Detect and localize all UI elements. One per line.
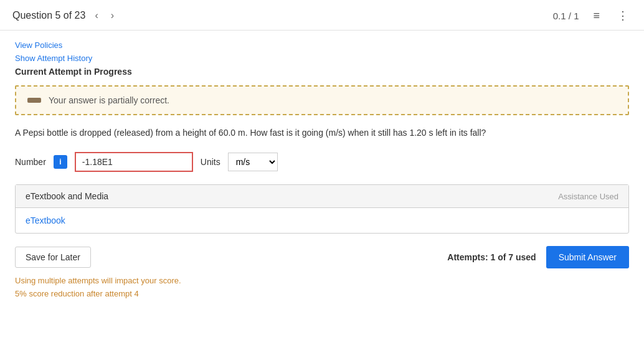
warning-text: Using multiple attempts will impact your… <box>15 275 629 301</box>
number-input[interactable] <box>75 152 193 172</box>
view-policies-link[interactable]: View Policies <box>15 40 629 50</box>
header-left: Question 5 of 23 ‹ › <box>12 9 117 22</box>
main-content: View Policies Show Attempt History Curre… <box>0 31 644 311</box>
info-button[interactable]: i <box>54 155 67 169</box>
number-label: Number <box>15 157 46 167</box>
etextbook-header: eTextbook and Media Assistance Used <box>16 185 628 208</box>
etextbook-panel: eTextbook and Media Assistance Used eTex… <box>15 184 629 234</box>
submit-answer-button[interactable]: Submit Answer <box>546 246 629 268</box>
etextbook-body: eTextbook <box>16 208 628 233</box>
attempts-bold: Attempts: 1 of 7 used <box>447 252 536 262</box>
warning-line2: 5% score reduction after attempt 4 <box>15 288 629 301</box>
show-attempt-history-link[interactable]: Show Attempt History <box>15 54 629 63</box>
footer-row: Save for Later Attempts: 1 of 7 used Sub… <box>15 246 629 268</box>
list-icon-button[interactable]: ≡ <box>590 8 603 24</box>
warning-line1: Using multiple attempts will impact your… <box>15 275 629 288</box>
current-attempt-label: Current Attempt in Progress <box>15 67 629 77</box>
answer-row: Number i Units m/s km/s ft/s mph <box>15 152 629 172</box>
score-display: 0.1 / 1 <box>553 11 579 21</box>
partial-correct-alert: Your answer is partially correct. <box>15 85 629 115</box>
etextbook-title: eTextbook and Media <box>26 191 108 201</box>
question-header: Question 5 of 23 ‹ › 0.1 / 1 ≡ ⋮ <box>0 0 644 31</box>
prev-question-button[interactable]: ‹ <box>92 9 101 22</box>
etextbook-link[interactable]: eTextbook <box>26 215 65 225</box>
more-options-button[interactable]: ⋮ <box>614 7 632 24</box>
attempts-text: Attempts: 1 of 7 used <box>447 252 536 262</box>
right-footer: Attempts: 1 of 7 used Submit Answer <box>447 246 629 268</box>
question-title: Question 5 of 23 <box>12 10 85 21</box>
next-question-button[interactable]: › <box>108 9 117 22</box>
units-select[interactable]: m/s km/s ft/s mph <box>228 153 278 171</box>
assistance-used-label: Assistance Used <box>558 192 618 201</box>
save-for-later-button[interactable]: Save for Later <box>15 247 91 268</box>
question-text: A Pepsi bottle is dropped (released) fro… <box>15 126 629 140</box>
alert-text: Your answer is partially correct. <box>49 95 169 105</box>
alert-icon <box>27 98 41 103</box>
header-right: 0.1 / 1 ≡ ⋮ <box>553 7 632 24</box>
units-label: Units <box>201 157 220 167</box>
